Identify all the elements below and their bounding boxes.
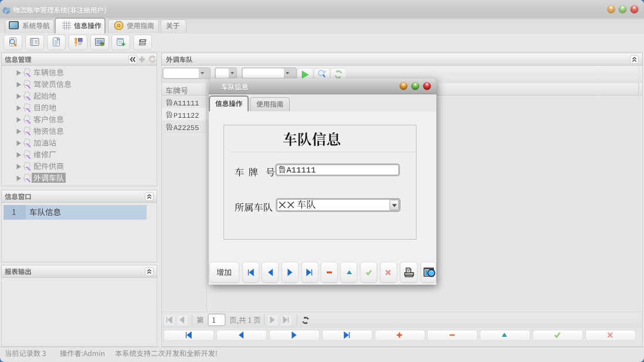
svg-text:y: y (4, 8, 7, 14)
